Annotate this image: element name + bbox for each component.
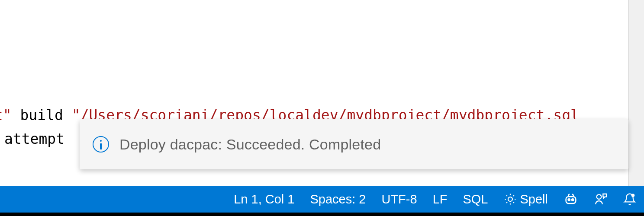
bug-gear-icon (504, 193, 517, 206)
svg-point-3 (572, 199, 573, 200)
status-encoding-label: UTF-8 (381, 192, 417, 206)
status-account[interactable] (594, 192, 608, 206)
status-language-label: SQL (463, 192, 488, 206)
status-copilot[interactable] (564, 192, 578, 206)
svg-point-2 (568, 199, 570, 200)
status-bar: Ln 1, Col 1 Spaces: 2 UTF-8 LF SQL Spell (0, 186, 644, 213)
status-eol-label: LF (433, 192, 448, 206)
notification-message: Deploy dacpac: Succeeded. Completed (119, 136, 381, 153)
svg-point-0 (508, 197, 512, 201)
status-cursor-position[interactable]: Ln 1, Col 1 (234, 192, 294, 206)
code-token-string: et" (0, 107, 12, 124)
scrollbar-vertical[interactable] (629, 0, 644, 186)
code-line: attempt (4, 128, 64, 150)
info-icon (93, 136, 109, 152)
status-encoding[interactable]: UTF-8 (381, 192, 417, 206)
status-cursor-label: Ln 1, Col 1 (234, 192, 294, 206)
status-notifications[interactable] (623, 193, 636, 206)
status-indentation[interactable]: Spaces: 2 (310, 192, 366, 206)
status-language[interactable]: SQL (463, 192, 488, 206)
window-border (0, 213, 644, 216)
svg-point-4 (597, 194, 602, 199)
status-eol[interactable]: LF (433, 192, 448, 206)
bell-icon (623, 193, 636, 206)
status-spell-check[interactable]: Spell (504, 192, 548, 206)
code-token-plain: build (12, 107, 72, 124)
status-indentation-label: Spaces: 2 (310, 192, 366, 206)
notification-toast[interactable]: Deploy dacpac: Succeeded. Completed (80, 119, 628, 169)
svg-rect-1 (566, 197, 576, 203)
status-spell-label: Spell (520, 192, 548, 206)
copilot-icon (564, 192, 578, 206)
code-token-plain: attempt (4, 130, 64, 147)
svg-point-5 (631, 194, 635, 197)
person-feedback-icon (594, 192, 608, 206)
